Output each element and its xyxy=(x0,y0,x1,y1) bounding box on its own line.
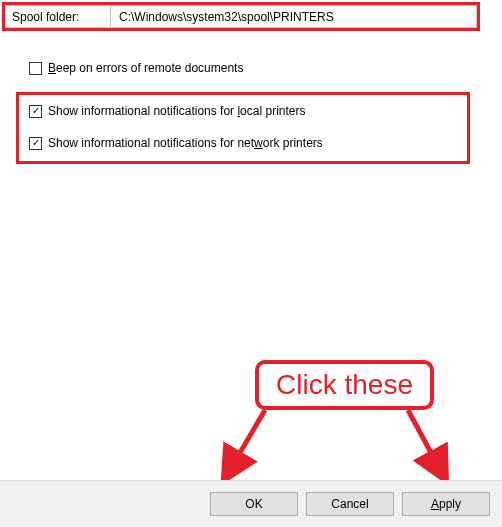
arrow-icon xyxy=(400,408,460,488)
ok-button[interactable]: OK xyxy=(210,492,298,516)
network-notifications-row[interactable]: ✓ Show informational notifications for n… xyxy=(29,136,323,150)
local-notifications-row[interactable]: ✓ Show informational notifications for l… xyxy=(29,104,305,118)
checkbox-checked-icon: ✓ xyxy=(29,105,42,118)
spool-folder-row: Spool folder: xyxy=(2,2,480,31)
checkbox-checked-icon: ✓ xyxy=(29,137,42,150)
svg-line-1 xyxy=(408,410,442,473)
checkbox-unchecked-icon xyxy=(29,62,42,75)
highlight-box-notifications xyxy=(16,92,470,164)
svg-line-0 xyxy=(228,410,265,473)
cancel-button[interactable]: Cancel xyxy=(306,492,394,516)
local-notifications-label: Show informational notifications for loc… xyxy=(48,104,305,118)
beep-checkbox-row[interactable]: Beep on errors of remote documents xyxy=(29,61,243,75)
spool-folder-input[interactable] xyxy=(110,5,477,28)
apply-button[interactable]: Apply xyxy=(402,492,490,516)
network-notifications-label: Show informational notifications for net… xyxy=(48,136,323,150)
spool-folder-label: Spool folder: xyxy=(5,5,110,28)
dialog-button-bar: OK Cancel Apply xyxy=(0,480,502,527)
callout-text: Click these xyxy=(276,369,413,401)
arrow-icon xyxy=(210,408,270,488)
beep-label: Beep on errors of remote documents xyxy=(48,61,243,75)
callout-click-these: Click these xyxy=(255,360,434,410)
